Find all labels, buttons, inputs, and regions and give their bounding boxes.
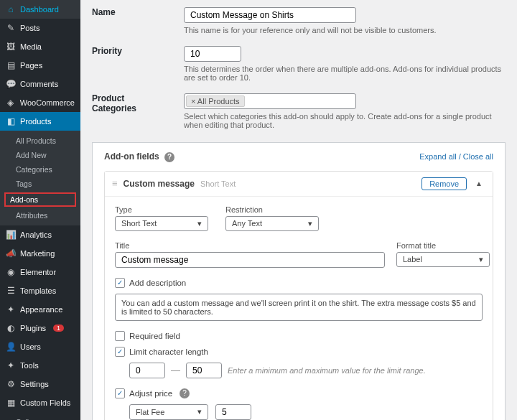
priority-input[interactable] [184,46,241,62]
addon-header[interactable]: ≡ Custom message Short Text Remove ▲ [105,172,493,197]
required-checkbox[interactable] [115,331,125,341]
submenu-addons[interactable]: Add-ons [4,192,76,207]
addon-fields-panel: Add-on fields ? Expand all / Close all ≡… [92,142,506,420]
required-label: Required field [129,332,180,340]
comments-icon: 💬 [6,79,16,89]
name-input[interactable] [184,7,356,23]
dashboard-icon: ⌂ [6,4,16,14]
drag-handle-icon[interactable]: ≡ [112,178,118,189]
limit-help: Enter a minimum and maximum value for th… [228,366,426,375]
chevron-down-icon: ▾ [197,407,202,416]
pages-icon: ▤ [6,60,16,70]
submenu-add-new[interactable]: Add New [0,148,80,162]
limit-label: Limit character length [129,347,208,356]
submenu-tags[interactable]: Tags [0,177,80,191]
remove-button[interactable]: Remove [421,177,467,190]
sidebar-label: Dashboard [20,5,59,14]
category-tag[interactable]: × All Products [186,95,245,107]
sidebar-label: Pages [20,61,42,70]
restriction-select[interactable]: Any Text▾ [225,216,319,231]
woo-icon: ◈ [6,98,16,108]
categories-input[interactable]: × All Products [184,93,356,109]
categories-help: Select which categories this add-on shou… [184,112,506,129]
priority-help: This determines the order when there are… [184,65,506,82]
chevron-up-icon[interactable]: ▲ [472,179,485,187]
help-icon[interactable]: ? [180,388,190,398]
elementor-icon: ◉ [6,267,16,277]
pin-icon: ✎ [6,23,16,33]
sidebar-item-settings[interactable]: ⚙Settings [0,375,80,393]
addon-title: Custom message [124,179,195,189]
sidebar-item-marketing[interactable]: 📣Marketing [0,244,80,263]
tools-icon: ✦ [6,360,16,370]
sidebar-item-products[interactable]: ◧Products [0,112,80,131]
sidebar-label: Tools [20,361,39,370]
chevron-down-icon: ▾ [197,219,202,228]
sidebar-item-custom-fields[interactable]: ▦Custom Fields [0,393,80,412]
description-textarea[interactable]: You can add a custom message and we'll s… [115,294,483,321]
sidebar-item-comments[interactable]: 💬Comments [0,75,80,93]
add-description-checkbox[interactable] [115,278,125,288]
close-all-link[interactable]: Close all [463,152,493,161]
sidebar-item-plugins[interactable]: ◐Plugins1 [0,319,80,337]
sidebar-label: Elementor [20,268,56,276]
categories-label: Product Categories [92,93,171,129]
type-select[interactable]: Short Text▾ [115,216,208,231]
limit-max-input[interactable] [186,363,222,378]
sidebar-item-elementor[interactable]: ◉Elementor [0,263,80,281]
sidebar-label: Posts [20,24,40,32]
priority-label: Priority [92,46,171,82]
panel-title: Add-on fields ? [104,151,174,162]
submenu-all-products[interactable]: All Products [0,134,80,148]
plugin-badge: 1 [53,325,64,332]
main-content: Name This name is for your reference onl… [80,0,517,420]
media-icon: 🖼 [6,42,16,52]
sidebar-label: Plugins [20,324,46,332]
sidebar-item-analytics[interactable]: 📊Analytics [0,225,80,244]
title-label: Title [115,241,385,250]
sidebar-label: Templates [20,286,56,295]
format-select[interactable]: Label▾ [396,252,490,267]
limit-min-input[interactable] [129,363,165,378]
adjust-price-checkbox[interactable] [115,388,125,398]
sidebar-item-dashboard[interactable]: ⌂Dashboard [0,0,80,19]
sidebar-label: Products [20,117,51,126]
sidebar-item-media[interactable]: 🖼Media [0,37,80,56]
help-icon[interactable]: ? [164,152,174,162]
plugins-icon: ◐ [6,323,16,333]
add-description-label: Add description [129,279,186,287]
submenu-attributes[interactable]: Attributes [0,208,80,223]
title-input[interactable] [115,252,385,268]
sidebar-item-tools[interactable]: ✦Tools [0,356,80,375]
sidebar-item-appearance[interactable]: ✦Appearance [0,300,80,319]
submenu-categories[interactable]: Categories [0,162,80,177]
adjust-price-label: Adjust price [129,389,172,398]
sidebar-label: Analytics [20,230,52,239]
price-type-select[interactable]: Flat Fee▾ [129,404,208,420]
price-value-input[interactable] [215,404,251,420]
custom-fields-icon: ▦ [6,398,16,408]
admin-sidebar: ⌂Dashboard ✎Posts 🖼Media ▤Pages 💬Comment… [0,0,80,420]
settings-icon: ⚙ [6,379,16,389]
sidebar-label: Marketing [20,249,55,258]
products-icon: ◧ [6,116,16,126]
sidebar-label: Settings [20,380,49,388]
expand-all-link[interactable]: Expand all [419,152,456,161]
sidebar-item-users[interactable]: 👤Users [0,337,80,356]
addon-subtitle: Short Text [200,179,236,188]
templates-icon: ☰ [6,286,16,296]
sidebar-item-woocommerce[interactable]: ◈WooCommerce [0,93,80,112]
sidebar-label: WooCommerce [20,98,75,107]
sidebar-item-posts[interactable]: ✎Posts [0,19,80,37]
sidebar-label: Media [20,42,42,51]
collapse-menu[interactable]: ◀Collapse menu [0,412,80,420]
range-dash: — [171,365,180,375]
sidebar-label: Users [20,342,41,351]
sidebar-item-pages[interactable]: ▤Pages [0,56,80,75]
sidebar-item-templates[interactable]: ☰Templates [0,281,80,300]
link-separator: / [457,152,463,161]
chevron-down-icon: ▾ [479,255,483,264]
limit-checkbox[interactable] [115,347,125,357]
products-submenu: All Products Add New Categories Tags Add… [0,131,80,225]
chevron-down-icon: ▾ [308,219,312,228]
